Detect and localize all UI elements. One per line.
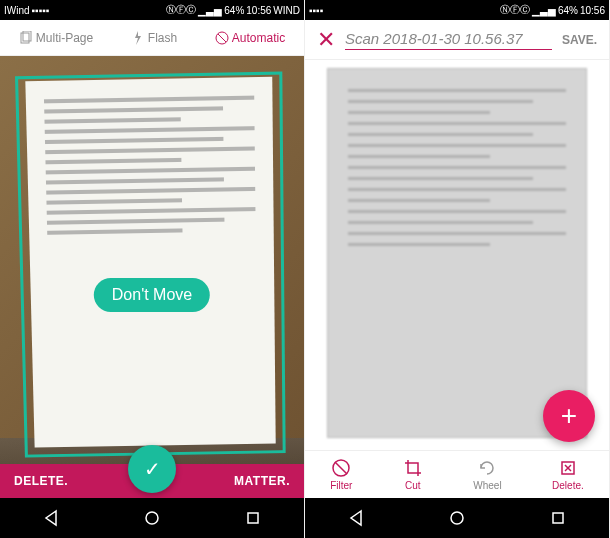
- wheel-tab[interactable]: Wheel: [473, 458, 501, 491]
- battery-label: 64%: [224, 5, 244, 16]
- svg-point-4: [146, 512, 158, 524]
- status-notification-icons: ▪▪▪▪▪: [32, 5, 50, 16]
- carrier-label: IWind: [4, 5, 30, 16]
- add-page-button[interactable]: +: [543, 390, 595, 442]
- battery-label: 64%: [558, 5, 578, 16]
- edit-header: ✕ Scan 2018-01-30 10.56.37 SAVE.: [305, 20, 609, 60]
- multipage-icon: [19, 31, 33, 45]
- android-nav-bar: [0, 498, 304, 538]
- crop-frame[interactable]: [15, 72, 286, 458]
- automatic-button[interactable]: Automatic: [215, 31, 285, 45]
- back-button[interactable]: [31, 509, 71, 527]
- delete-icon: [558, 458, 578, 478]
- recent-button[interactable]: [233, 509, 273, 527]
- clock-label: 10:56: [580, 5, 605, 16]
- matter-button[interactable]: MATTER.: [234, 474, 290, 488]
- preview-area: +: [305, 60, 609, 450]
- svg-rect-12: [553, 513, 563, 523]
- android-nav-bar: [305, 498, 609, 538]
- multipage-button[interactable]: Multi-Page: [19, 31, 93, 45]
- signal-icon: ▁▃▅: [198, 5, 222, 16]
- close-icon: ✕: [317, 27, 335, 52]
- delete-button[interactable]: DELETE.: [14, 474, 68, 488]
- filter-icon: [331, 458, 351, 478]
- home-button[interactable]: [437, 509, 477, 527]
- flash-button[interactable]: Flash: [131, 31, 177, 45]
- delete-tab[interactable]: Delete.: [552, 458, 584, 491]
- delete-label: Delete.: [552, 480, 584, 491]
- crop-icon: [403, 458, 423, 478]
- nfc-icon: ⓃⒻⒸ: [166, 3, 196, 17]
- check-icon: ✓: [144, 457, 161, 481]
- home-button[interactable]: [132, 509, 172, 527]
- cut-label: Cut: [405, 480, 421, 491]
- rotate-icon: [477, 458, 497, 478]
- automatic-label: Automatic: [232, 31, 285, 45]
- capture-screen: IWind ▪▪▪▪▪ ⓃⒻⒸ ▁▃▅ 64% 10:56 WIND Multi…: [0, 0, 305, 538]
- plus-icon: +: [561, 400, 577, 432]
- status-bar: IWind ▪▪▪▪▪ ⓃⒻⒸ ▁▃▅ 64% 10:56 WIND: [0, 0, 304, 20]
- capture-button[interactable]: ✓: [128, 445, 176, 493]
- filter-label: Filter: [330, 480, 352, 491]
- svg-point-11: [451, 512, 463, 524]
- status-bar: ▪▪▪▪ ⓃⒻⒸ ▁▃▅ 64% 10:56: [305, 0, 609, 20]
- scanned-page-preview[interactable]: [327, 68, 587, 438]
- svg-line-3: [218, 34, 226, 42]
- close-button[interactable]: ✕: [313, 27, 339, 53]
- filter-tab[interactable]: Filter: [330, 458, 352, 491]
- nfc-icon: ⓃⒻⒸ: [500, 3, 530, 17]
- save-button[interactable]: SAVE.: [558, 33, 601, 47]
- automatic-icon: [215, 31, 229, 45]
- preview-screen: ▪▪▪▪ ⓃⒻⒸ ▁▃▅ 64% 10:56 ✕ Scan 2018-01-30…: [305, 0, 610, 538]
- flash-label: Flash: [148, 31, 177, 45]
- carrier-right-label: WIND: [273, 5, 300, 16]
- wheel-label: Wheel: [473, 480, 501, 491]
- status-notification-icons: ▪▪▪▪: [309, 5, 323, 16]
- scan-title-input[interactable]: Scan 2018-01-30 10.56.37: [345, 30, 552, 50]
- svg-rect-5: [248, 513, 258, 523]
- recent-button[interactable]: [538, 509, 578, 527]
- edit-tabbar: Filter Cut Wheel Delete.: [305, 450, 609, 498]
- capture-toolbar: Multi-Page Flash Automatic: [0, 20, 304, 56]
- multipage-label: Multi-Page: [36, 31, 93, 45]
- signal-icon: ▁▃▅: [532, 5, 556, 16]
- hold-still-badge: Don't Move: [94, 278, 210, 312]
- back-button[interactable]: [336, 509, 376, 527]
- svg-line-7: [335, 462, 347, 474]
- clock-label: 10:56: [246, 5, 271, 16]
- flash-icon: [131, 31, 145, 45]
- cut-tab[interactable]: Cut: [403, 458, 423, 491]
